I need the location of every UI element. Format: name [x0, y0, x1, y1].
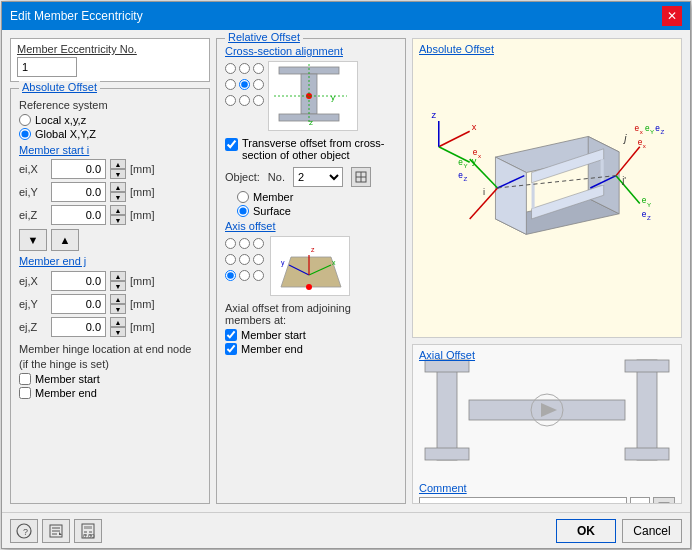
svg-rect-66 [637, 360, 657, 460]
object-member-radio[interactable] [237, 191, 249, 203]
eiz-unit: [mm] [130, 209, 154, 221]
relative-offset-title[interactable]: Relative Offset [225, 31, 303, 43]
svg-rect-19 [413, 85, 681, 291]
axis-r2c2[interactable] [239, 254, 250, 265]
member-start-label: Member start i [19, 144, 201, 156]
comment-dropdown[interactable] [630, 497, 650, 504]
cs-r3c2[interactable] [239, 95, 250, 106]
eix-label: ei,X [19, 163, 47, 175]
ref-global-label: Global X,Y,Z [35, 128, 96, 140]
cs-r2c2[interactable] [239, 79, 250, 90]
axis-r3c3[interactable] [253, 270, 264, 281]
object-surface-radio[interactable] [237, 205, 249, 217]
cs-r1c3[interactable] [253, 63, 264, 74]
axial-offset-viz-label: Axial Offset [419, 349, 475, 361]
axis-r1c3[interactable] [253, 238, 264, 249]
ejz-up[interactable]: ▲ [110, 317, 126, 327]
comment-row [419, 497, 675, 504]
pick-button[interactable] [351, 167, 371, 187]
transverse-checkbox-row[interactable]: Transverse offset from cross-section of … [225, 137, 397, 161]
transverse-checkbox[interactable] [225, 138, 238, 151]
ejz-down[interactable]: ▼ [110, 327, 126, 337]
ejy-up[interactable]: ▲ [110, 294, 126, 304]
cs-row-2 [225, 79, 264, 90]
absolute-offset-title[interactable]: Absolute Offset [19, 81, 100, 93]
cs-r1c2[interactable] [239, 63, 250, 74]
ref-global-radio[interactable] [19, 128, 31, 140]
cs-r2c3[interactable] [253, 79, 264, 90]
footer: ? 0.0 [2, 512, 690, 548]
axis-r3c1[interactable] [225, 270, 236, 281]
close-button[interactable]: ✕ [662, 6, 682, 26]
arrow-up-button[interactable]: ▲ [51, 229, 79, 251]
ejy-input[interactable] [51, 294, 106, 314]
ref-local-radio[interactable] [19, 114, 31, 126]
cs-row-3 [225, 95, 264, 106]
ok-button[interactable]: OK [556, 519, 616, 543]
hinge-start-row[interactable]: Member start [19, 373, 201, 385]
eix-input[interactable] [51, 159, 106, 179]
cs-row-1 [225, 63, 264, 74]
eiy-input[interactable] [51, 182, 106, 202]
cs-r3c3[interactable] [253, 95, 264, 106]
hinge-start-checkbox[interactable] [19, 373, 31, 385]
axial-member-end-checkbox[interactable] [225, 343, 237, 355]
ejy-down[interactable]: ▼ [110, 304, 126, 314]
object-label: Object: [225, 171, 260, 183]
axis-r1c2[interactable] [239, 238, 250, 249]
comment-save-button[interactable] [653, 497, 675, 504]
cancel-button[interactable]: Cancel [622, 519, 682, 543]
axial-member-end-row[interactable]: Member end [225, 343, 397, 355]
svg-text:Y: Y [464, 162, 468, 169]
edit-button[interactable] [42, 519, 70, 543]
arrow-down-button[interactable]: ▼ [19, 229, 47, 251]
reference-system-label: Reference system [19, 99, 201, 111]
hinge-end-row[interactable]: Member end [19, 387, 201, 399]
comment-input[interactable] [419, 497, 627, 504]
axis-offset-label: Axis offset [225, 220, 397, 232]
ref-local-row[interactable]: Local x,y,z [19, 114, 201, 126]
cs-r3c1[interactable] [225, 95, 236, 106]
eix-spinners: ▲ ▼ [110, 159, 126, 179]
comment-label: Comment [419, 482, 675, 494]
arrow-buttons: ▼ ▲ [19, 229, 201, 251]
object-member-row[interactable]: Member [237, 191, 397, 203]
axis-r2c1[interactable] [225, 254, 236, 265]
eiy-up[interactable]: ▲ [110, 182, 126, 192]
axis-r3c2[interactable] [239, 270, 250, 281]
ejx-down[interactable]: ▼ [110, 281, 126, 291]
calc-button[interactable]: 0.00 [74, 519, 102, 543]
eix-down[interactable]: ▼ [110, 169, 126, 179]
axis-row-2 [225, 254, 264, 265]
ejz-input[interactable] [51, 317, 106, 337]
eccentricity-number-input[interactable] [17, 57, 77, 77]
info-button[interactable]: ? [10, 519, 38, 543]
ejx-up[interactable]: ▲ [110, 271, 126, 281]
object-surface-row[interactable]: Surface [237, 205, 397, 217]
ejz-row: ej,Z ▲ ▼ [mm] [19, 317, 201, 337]
axis-offset-area: x y z [225, 236, 397, 296]
no-select[interactable]: 2 1 3 [293, 167, 343, 187]
svg-text:z: z [432, 110, 437, 120]
axial-member-start-row[interactable]: Member start [225, 329, 397, 341]
eix-unit: [mm] [130, 163, 154, 175]
svg-rect-73 [661, 503, 667, 504]
ejx-input[interactable] [51, 271, 106, 291]
eiz-input[interactable] [51, 205, 106, 225]
hinge-end-checkbox[interactable] [19, 387, 31, 399]
axial-member-start-checkbox[interactable] [225, 329, 237, 341]
eiy-down[interactable]: ▼ [110, 192, 126, 202]
hinge-end-label: Member end [35, 387, 97, 399]
svg-rect-67 [625, 360, 669, 372]
ref-global-row[interactable]: Global X,Y,Z [19, 128, 201, 140]
eix-up[interactable]: ▲ [110, 159, 126, 169]
eiz-row: ei,Z ▲ ▼ [mm] [19, 205, 201, 225]
eiz-up[interactable]: ▲ [110, 205, 126, 215]
eiz-down[interactable]: ▼ [110, 215, 126, 225]
cs-r2c1[interactable] [225, 79, 236, 90]
cs-r1c1[interactable] [225, 63, 236, 74]
axis-r2c3[interactable] [253, 254, 264, 265]
svg-rect-68 [625, 448, 669, 460]
svg-text:z: z [311, 246, 315, 253]
axis-r1c1[interactable] [225, 238, 236, 249]
